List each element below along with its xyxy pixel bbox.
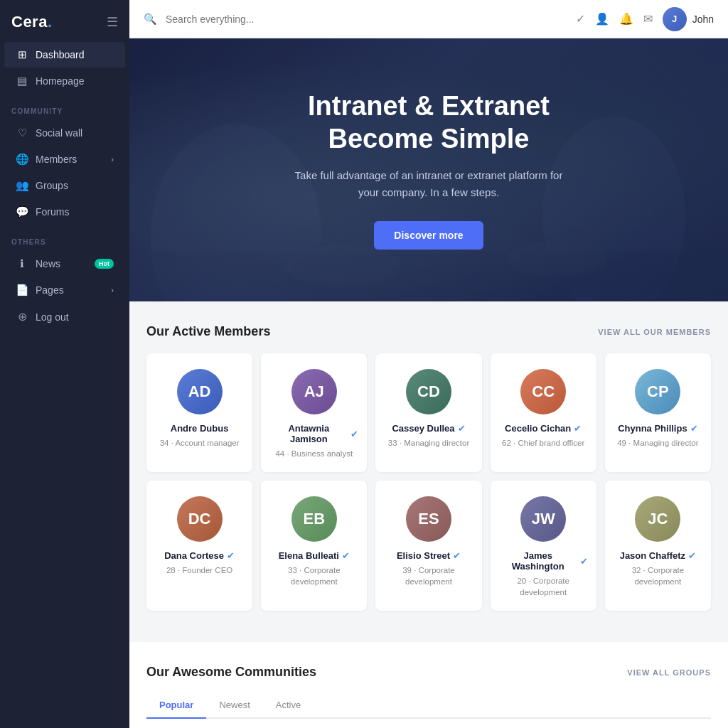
member-card[interactable]: ES Elisio Street ✔ 39 · Corporate develo… (375, 481, 481, 611)
member-name-wrap: Dana Cortese ✔ (164, 550, 235, 561)
app-logo: Cera. (11, 13, 53, 31)
view-all-groups-link[interactable]: VIEW ALL GROUPS (627, 668, 711, 677)
member-card[interactable]: AD Andre Dubus 34 · Account manager (146, 353, 252, 472)
member-avatar: AJ (291, 369, 337, 414)
sidebar-item-groups[interactable]: 👥 Groups (4, 173, 125, 198)
member-card[interactable]: DC Dana Cortese ✔ 28 · Founder CEO (146, 481, 252, 611)
search-icon: 🔍 (144, 13, 157, 26)
homepage-icon: ▤ (16, 75, 28, 87)
user-avatar-wrap[interactable]: J John (663, 7, 714, 31)
hot-badge: Hot (95, 259, 114, 269)
member-avatar: JC (635, 496, 680, 542)
member-meta: 32 · Corporate development (614, 564, 702, 587)
members-section: Our Active Members VIEW ALL OUR MEMBERS … (129, 301, 728, 636)
logo-area: Cera. ☰ (0, 0, 129, 41)
member-name: Jason Chaffetz (620, 550, 685, 561)
member-card[interactable]: AJ Antawnia Jamison ✔ 44 · Business anal… (261, 353, 367, 472)
discover-more-button[interactable]: Discover more (374, 221, 483, 250)
others-nav: ℹ News Hot 📄 Pages › ⊕ Log out (0, 250, 129, 331)
hero-title: Intranet & Extranet Become Simple (294, 90, 564, 155)
sidebar-item-news[interactable]: ℹ News Hot (4, 251, 125, 277)
hero-content: Intranet & Extranet Become Simple Take f… (294, 90, 564, 249)
verified-icon: ✔ (574, 423, 582, 434)
member-meta: 44 · Business analyst (275, 448, 353, 459)
user-name-label: John (692, 14, 714, 25)
verified-icon: ✔ (350, 429, 358, 439)
svg-rect-4 (129, 252, 728, 301)
member-avatar: AD (177, 369, 223, 414)
member-avatar: DC (177, 496, 223, 542)
verified-icon: ✔ (580, 556, 588, 567)
avatar: J (663, 7, 687, 31)
member-card[interactable]: JW James Washington ✔ 20 · Corporate dev… (491, 481, 596, 611)
verified-icon: ✔ (458, 423, 466, 434)
community-nav: ♡ Social wall 🌐 Members › 👥 Groups 💬 For… (0, 119, 129, 225)
bell-icon[interactable]: 🔔 (619, 12, 633, 26)
mail-icon[interactable]: ✉ (643, 12, 653, 26)
members-section-title: Our Active Members (146, 324, 270, 339)
member-name-wrap: Cecelio Cichan ✔ (505, 423, 582, 434)
sidebar-item-members[interactable]: 🌐 Members › (4, 146, 125, 172)
member-name: Elena Bulleati (279, 550, 339, 561)
member-name-wrap: Cassey Dullea ✔ (392, 423, 465, 434)
chevron-right-icon: › (111, 286, 114, 294)
svg-point-5 (287, 245, 400, 287)
check-icon[interactable]: ✓ (576, 12, 585, 26)
topbar-right: ✓ 👤 🔔 ✉ J John (576, 7, 714, 31)
member-name-wrap: Andre Dubus (171, 423, 229, 434)
users-icon[interactable]: 👤 (595, 12, 609, 26)
member-avatar: CD (406, 369, 451, 414)
member-meta: 20 · Corporate development (499, 575, 588, 598)
member-meta: 49 · Managing director (617, 437, 698, 449)
member-name-wrap: Jason Chaffetz ✔ (620, 550, 696, 561)
member-card[interactable]: CD Cassey Dullea ✔ 33 · Managing directo… (375, 353, 481, 472)
member-meta: 28 · Founder CEO (166, 564, 232, 576)
sidebar-item-forums[interactable]: 💬 Forums (4, 199, 125, 225)
member-card[interactable]: EB Elena Bulleati ✔ 33 · Corporate devel… (261, 481, 367, 611)
heart-icon: ♡ (16, 127, 28, 139)
dashboard-icon: ⊞ (16, 48, 28, 61)
member-name-wrap: Antawnia Jamison ✔ (269, 423, 358, 444)
sidebar-item-pages[interactable]: 📄 Pages › (4, 277, 125, 303)
community-tab-active[interactable]: Active (263, 694, 314, 719)
member-avatar: EB (291, 496, 337, 542)
main-nav: ⊞ Dashboard ▤ Homepage (0, 41, 129, 95)
community-tab-popular[interactable]: Popular (146, 694, 206, 719)
others-section-label: OTHERS (0, 225, 129, 250)
verified-icon: ✔ (453, 550, 461, 561)
chevron-right-icon: › (111, 155, 114, 164)
sidebar-item-dashboard[interactable]: ⊞ Dashboard (4, 42, 125, 68)
communities-section-header: Our Awesome Communities VIEW ALL GROUPS (146, 665, 711, 680)
member-name: Cecelio Cichan (505, 423, 571, 434)
sidebar-item-label: Forums (36, 206, 69, 218)
main-content: 🔍 ✓ 👤 🔔 ✉ J John (129, 0, 728, 728)
sidebar: Cera. ☰ ⊞ Dashboard ▤ Homepage COMMUNITY… (0, 0, 129, 728)
member-name: Elisio Street (397, 550, 450, 561)
verified-icon: ✔ (227, 550, 235, 561)
view-all-members-link[interactable]: VIEW ALL OUR MEMBERS (598, 328, 711, 336)
community-tab-newest[interactable]: Newest (206, 694, 262, 719)
logout-icon: ⊕ (16, 310, 28, 323)
members-grid-row1: AD Andre Dubus 34 · Account manager AJ A… (146, 353, 711, 472)
globe-icon: 🌐 (16, 153, 28, 166)
community-section-label: COMMUNITY (0, 95, 129, 119)
sidebar-item-social-wall[interactable]: ♡ Social wall (4, 120, 125, 146)
search-input[interactable] (166, 14, 567, 25)
hero-section: Intranet & Extranet Become Simple Take f… (129, 38, 728, 301)
chat-icon: 💬 (16, 205, 28, 218)
member-name: Cassey Dullea (392, 423, 454, 434)
communities-section: Our Awesome Communities VIEW ALL GROUPS … (129, 642, 728, 728)
member-card[interactable]: CP Chynna Phillips ✔ 49 · Managing direc… (605, 353, 711, 472)
sidebar-item-logout[interactable]: ⊕ Log out (4, 304, 125, 330)
members-section-header: Our Active Members VIEW ALL OUR MEMBERS (146, 324, 711, 339)
sidebar-item-label: Homepage (36, 75, 85, 87)
member-card[interactable]: CC Cecelio Cichan ✔ 62 · Chief brand off… (491, 353, 596, 472)
member-meta: 33 · Managing director (388, 437, 469, 449)
menu-toggle-icon[interactable]: ☰ (107, 14, 118, 30)
member-name-wrap: Elisio Street ✔ (397, 550, 461, 561)
member-card[interactable]: JC Jason Chaffetz ✔ 32 · Corporate devel… (605, 481, 711, 611)
sidebar-item-homepage[interactable]: ▤ Homepage (4, 68, 125, 94)
hero-subtitle: Take full advantage of an intranet or ex… (294, 167, 564, 201)
members-grid-row2: DC Dana Cortese ✔ 28 · Founder CEO EB El… (146, 481, 711, 611)
member-meta: 33 · Corporate development (269, 564, 358, 587)
